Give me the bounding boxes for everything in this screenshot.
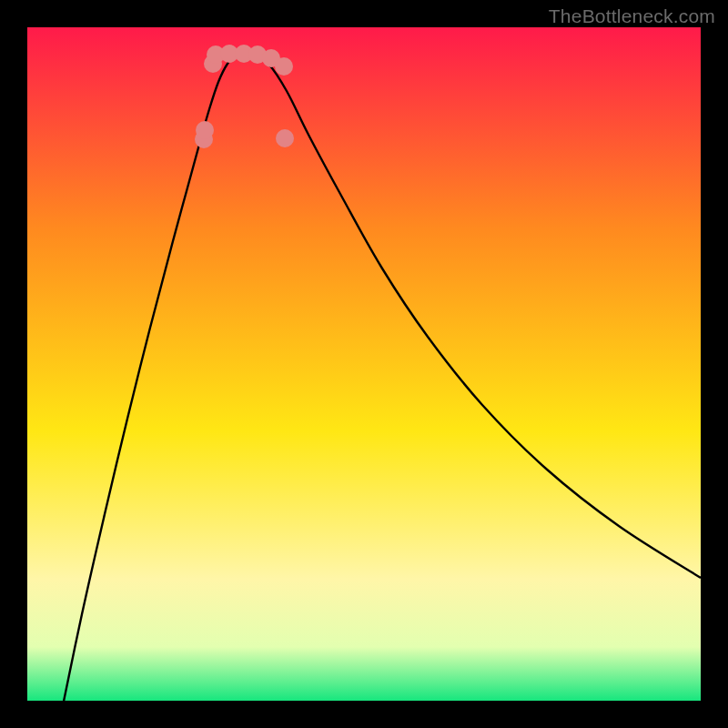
data-marker (275, 57, 293, 76)
data-marker (276, 129, 294, 147)
watermark-text: TheBottleneck.com (549, 5, 715, 27)
plot-area (27, 27, 701, 701)
gradient-bg (27, 27, 701, 701)
outer-frame: TheBottleneck.com (0, 0, 728, 728)
chart-svg (27, 27, 701, 701)
data-marker (196, 121, 214, 139)
